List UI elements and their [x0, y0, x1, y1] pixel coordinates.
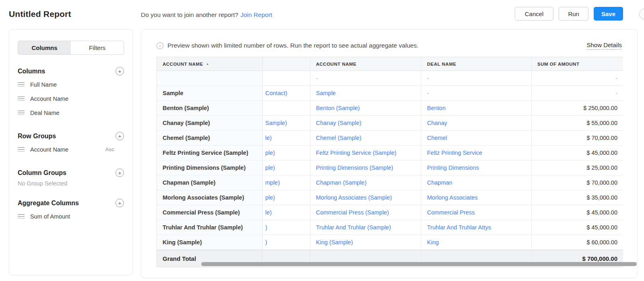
hidden-column-cell: le)	[263, 205, 310, 220]
top-bar: Untitled Report Do you want to join anot…	[0, 0, 644, 29]
table-row: Feltz Printing Service (Sample)ple)Feltz…	[157, 146, 622, 160]
account-name-cell: King (Sample)	[310, 235, 421, 250]
join-report-link[interactable]: Join Report	[240, 11, 272, 18]
column-groups-section-title: Column Groups	[18, 169, 66, 177]
drag-handle-icon[interactable]	[18, 214, 25, 219]
info-icon: i	[157, 42, 163, 49]
amount-cell: -	[532, 86, 623, 101]
column-groups-section: Column Groups + No Group Selected	[18, 169, 124, 187]
show-details-link[interactable]: Show Details	[586, 42, 622, 50]
sidebar-field-item[interactable]: Account Name	[18, 92, 124, 106]
tab-filters[interactable]: Filters	[71, 41, 124, 54]
add-aggregate-icon[interactable]: +	[116, 199, 124, 207]
hidden-column-cell: )	[263, 235, 310, 250]
header-deal-name[interactable]: DEAL NAME	[421, 57, 532, 71]
deal-name-cell: King	[421, 235, 532, 250]
table-row: Chapman (Sample)mple)Chapman (Sample)Cha…	[157, 175, 622, 190]
overflow-icon[interactable]	[639, 8, 644, 20]
deal-name-cell: Chapman	[421, 175, 532, 190]
row-group-cell: King (Sample)	[157, 235, 263, 250]
account-name-cell: Benton (Sample)	[310, 101, 421, 116]
hidden-column-cell: ple)	[263, 160, 310, 175]
save-button[interactable]: Save	[594, 7, 623, 21]
sort-order-toggle[interactable]: Asc	[105, 146, 114, 152]
drag-handle-icon[interactable]	[18, 147, 25, 152]
deal-name-cell: Truhlar And Truhlar Attys	[421, 220, 532, 235]
sidebar-field-item[interactable]: Full Name	[18, 77, 124, 92]
add-row-group-icon[interactable]: +	[116, 132, 124, 140]
drag-handle-icon[interactable]	[18, 110, 25, 115]
drag-handle-icon[interactable]	[18, 82, 25, 87]
hidden-column-cell: Contact)	[263, 86, 310, 101]
hidden-column-cell	[263, 101, 310, 116]
table-row: Benton (Sample)Benton (Sample)Benton$ 25…	[157, 101, 622, 116]
sidebar-field-item[interactable]: Deal Name	[18, 106, 124, 120]
amount-cell: $ 45,000.00	[532, 205, 623, 220]
aggregate-section-title: Aggregate Columns	[18, 200, 79, 207]
amount-cell: $ 35,000.00	[532, 190, 623, 205]
no-group-selected-text: No Group Selected	[18, 180, 124, 187]
deal-name-cell: Morlong Associates	[421, 190, 532, 205]
hidden-column-cell: )	[263, 220, 310, 235]
drag-handle-icon[interactable]	[18, 96, 25, 101]
table-row: Truhlar And Truhlar (Sample))Truhlar And…	[157, 220, 622, 235]
amount-cell: $ 45,000.00	[532, 220, 623, 235]
amount-cell: -	[532, 71, 623, 86]
row-group-cell	[157, 71, 263, 86]
table-row: King (Sample))King (Sample)King$ 60,000.…	[157, 235, 622, 250]
field-label: Deal Name	[30, 110, 124, 116]
deal-name-cell: Chanay	[421, 116, 532, 131]
columns-list: Full NameAccount NameDeal Name	[18, 77, 124, 120]
row-group-cell: Feltz Printing Service (Sample)	[157, 146, 263, 160]
report-config-sidebar: Columns Filters Columns + Full NameAccou…	[9, 29, 133, 275]
field-label: Full Name	[30, 81, 124, 88]
deal-name-cell: Benton	[421, 101, 532, 116]
hidden-column-cell: Sample)	[263, 116, 310, 131]
hidden-column-cell: le)	[263, 131, 310, 146]
table-row: Chanay (Sample)Sample)Chanay (Sample)Cha…	[157, 116, 622, 131]
cancel-button[interactable]: Cancel	[515, 7, 554, 21]
account-name-cell: Morlong Associates (Sample)	[310, 190, 421, 205]
header-account-name-group[interactable]: ACCOUNT NAME ▲	[157, 57, 263, 71]
account-name-cell: Feltz Printing Service (Sample)	[310, 146, 421, 160]
row-group-cell: Chemel (Sample)	[157, 131, 263, 146]
hidden-column-cell: mple)	[263, 175, 310, 190]
add-column-group-icon[interactable]: +	[116, 169, 124, 177]
account-name-cell: Commercial Press (Sample)	[310, 205, 421, 220]
hidden-column-cell: ple)	[263, 146, 310, 160]
row-group-cell: Benton (Sample)	[157, 101, 263, 116]
amount-cell: $ 70,000.00	[532, 175, 623, 190]
hidden-column-cell: ple)	[263, 190, 310, 205]
field-label: Sum of Amount	[30, 213, 124, 220]
tab-columns[interactable]: Columns	[18, 41, 71, 54]
deal-name-cell: Feltz Printing Service	[421, 146, 532, 160]
sidebar-field-item[interactable]: Sum of Amount	[18, 209, 124, 223]
preview-info-row: i Preview shown with limited number of r…	[157, 42, 622, 50]
row-group-cell: Sample	[157, 86, 263, 101]
preview-table: ACCOUNT NAME ▲ ACCOUNT NAME DEAL NAME SU…	[157, 57, 623, 267]
horizontal-scrollbar-thumb[interactable]	[201, 262, 637, 266]
row-groups-list: Account NameAsc	[18, 142, 124, 156]
run-button[interactable]: Run	[559, 7, 588, 21]
account-name-cell: Printing Dimensions (Sample)	[310, 160, 421, 175]
row-group-cell: Chanay (Sample)	[157, 116, 263, 131]
sidebar-tabs: Columns Filters	[18, 41, 124, 55]
amount-cell: $ 25,000.00	[532, 160, 623, 175]
header-sum-of-amount[interactable]: SUM OF AMOUNT	[532, 57, 623, 71]
table-row: SampleContact)Sample--	[157, 86, 622, 101]
deal-name-cell: -	[421, 71, 532, 86]
columns-section: Columns + Full NameAccount NameDeal Name	[18, 67, 124, 120]
aggregate-list: Sum of Amount	[18, 209, 124, 223]
deal-name-cell: -	[421, 86, 532, 101]
header-account-name[interactable]: ACCOUNT NAME	[310, 57, 421, 71]
account-name-cell: Chemel (Sample)	[310, 131, 421, 146]
row-groups-section: Row Groups + Account NameAsc	[18, 132, 124, 156]
columns-section-title: Columns	[18, 68, 45, 75]
header-hidden-column[interactable]	[263, 57, 310, 71]
amount-cell: $ 55,000.00	[532, 116, 623, 131]
account-name-cell: Chapman (Sample)	[310, 175, 421, 190]
sidebar-field-item[interactable]: Account NameAsc	[18, 142, 124, 156]
hidden-column-cell	[263, 71, 310, 86]
account-name-cell: Chanay (Sample)	[310, 116, 421, 131]
add-column-icon[interactable]: +	[116, 67, 124, 75]
